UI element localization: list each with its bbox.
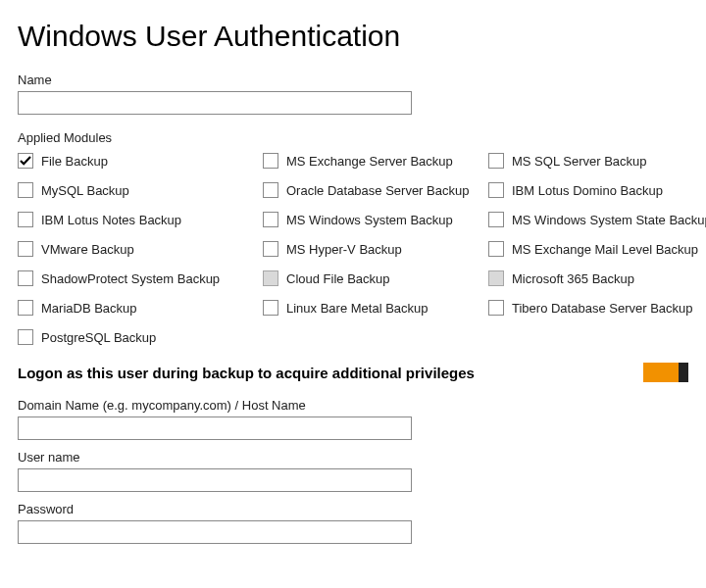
module-checkbox-item[interactable]: MariaDB Backup (18, 298, 263, 318)
module-checkbox-item[interactable]: Linux Bare Metal Backup (263, 298, 488, 318)
module-checkbox-item[interactable]: MS Windows System State Backup (488, 210, 706, 229)
checkbox[interactable] (488, 300, 504, 316)
password-input[interactable] (18, 520, 412, 544)
module-checkbox-item[interactable]: PostgreSQL Backup (18, 327, 263, 347)
module-checkbox-item[interactable]: Tibero Database Server Backup (488, 298, 706, 318)
module-checkbox-item[interactable]: MySQL Backup (18, 180, 263, 200)
checkbox[interactable] (18, 270, 33, 286)
domain-label: Domain Name (e.g. mycompany.com) / Host … (18, 398, 688, 413)
checkbox[interactable] (488, 182, 504, 198)
toggle-knob (679, 363, 688, 382)
module-checkbox-item: Microsoft 365 Backup (488, 269, 706, 288)
module-label: MS SQL Server Backup (512, 154, 647, 169)
name-input[interactable] (18, 91, 412, 115)
checkbox[interactable] (263, 241, 278, 257)
module-label: Linux Bare Metal Backup (286, 301, 429, 316)
module-label: IBM Lotus Domino Backup (512, 183, 663, 198)
check-icon (20, 155, 31, 167)
module-checkbox-item[interactable]: ShadowProtect System Backup (18, 269, 263, 288)
username-input[interactable] (18, 468, 412, 492)
module-label: Oracle Database Server Backup (286, 183, 469, 198)
module-checkbox-item[interactable]: MS Hyper-V Backup (263, 239, 488, 259)
module-checkbox-item[interactable]: Oracle Database Server Backup (263, 180, 488, 200)
checkbox[interactable] (488, 212, 504, 227)
checkbox[interactable] (263, 182, 278, 198)
applied-modules-label: Applied Modules (18, 130, 688, 145)
module-checkbox-item[interactable]: MS Windows System Backup (263, 210, 488, 229)
checkbox[interactable] (488, 241, 504, 257)
checkbox[interactable] (263, 153, 278, 169)
module-label: MySQL Backup (41, 183, 129, 198)
checkbox[interactable] (263, 212, 278, 227)
checkbox[interactable] (18, 212, 33, 227)
checkbox[interactable] (488, 153, 504, 169)
module-label: Cloud File Backup (286, 271, 390, 286)
page-title: Windows User Authentication (18, 20, 688, 53)
checkbox (488, 270, 504, 286)
module-checkbox-item[interactable]: File Backup (18, 151, 263, 171)
module-checkbox-item[interactable]: MS SQL Server Backup (488, 151, 706, 171)
checkbox[interactable] (18, 300, 33, 316)
password-label: Password (18, 502, 688, 516)
module-label: MS Hyper-V Backup (286, 242, 402, 257)
module-checkbox-item[interactable]: MS Exchange Server Backup (263, 151, 488, 171)
module-label: ShadowProtect System Backup (41, 271, 220, 286)
module-checkbox-item[interactable]: IBM Lotus Domino Backup (488, 180, 706, 200)
module-label: MS Windows System Backup (286, 213, 453, 227)
module-checkbox-item: Cloud File Backup (263, 269, 488, 288)
checkbox[interactable] (18, 241, 33, 257)
module-label: MariaDB Backup (41, 301, 137, 316)
module-label: File Backup (41, 154, 108, 169)
module-label: Tibero Database Server Backup (512, 301, 693, 316)
module-label: Microsoft 365 Backup (512, 271, 634, 286)
checkbox[interactable] (18, 329, 33, 345)
logon-privileges-label: Logon as this user during backup to acqu… (18, 365, 475, 381)
module-label: MS Windows System State Backup (512, 213, 706, 227)
checkbox[interactable] (18, 153, 33, 169)
module-checkbox-item[interactable]: IBM Lotus Notes Backup (18, 210, 263, 229)
username-label: User name (18, 450, 688, 465)
module-label: MS Exchange Mail Level Backup (512, 242, 698, 257)
domain-input[interactable] (18, 416, 412, 440)
name-label: Name (18, 73, 688, 87)
checkbox[interactable] (263, 300, 278, 316)
logon-privileges-toggle[interactable] (643, 363, 688, 382)
module-label: MS Exchange Server Backup (286, 154, 453, 169)
modules-grid: File BackupMS Exchange Server BackupMS S… (18, 151, 688, 347)
module-label: VMware Backup (41, 242, 134, 257)
module-label: IBM Lotus Notes Backup (41, 213, 181, 227)
checkbox[interactable] (18, 182, 33, 198)
module-checkbox-item[interactable]: VMware Backup (18, 239, 263, 259)
module-checkbox-item[interactable]: MS Exchange Mail Level Backup (488, 239, 706, 259)
checkbox (263, 270, 278, 286)
module-label: PostgreSQL Backup (41, 330, 156, 345)
